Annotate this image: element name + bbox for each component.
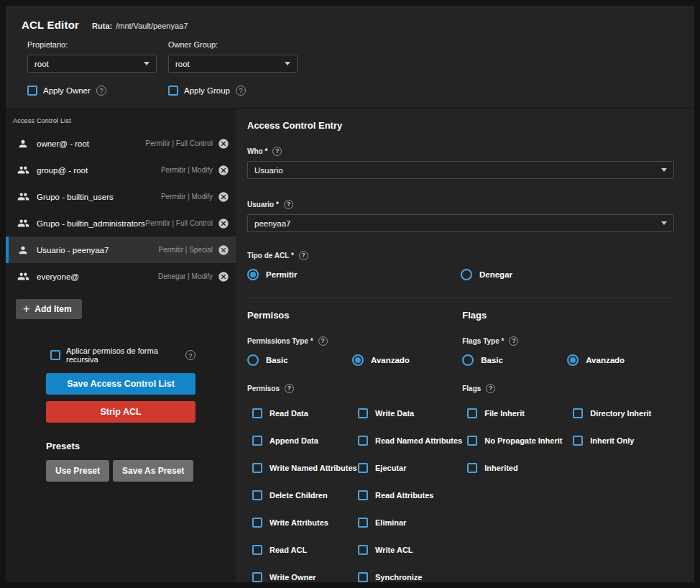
acl-list-item-builtin-administrators[interactable]: Grupo - builtin_administrators Permitir … (6, 210, 236, 236)
acl-list-item-builtin-users[interactable]: Grupo - builtin_users Permitir | Modify (6, 183, 236, 210)
permission-checkbox[interactable] (252, 545, 262, 555)
path-label: Ruta: (92, 22, 112, 30)
remove-ace-icon[interactable] (218, 191, 229, 203)
permission-checkbox[interactable] (358, 490, 368, 500)
apply-owner-label: Apply Owner (43, 86, 91, 95)
apply-owner-checkbox[interactable] (27, 86, 37, 96)
apply-group-checkbox[interactable] (168, 86, 178, 96)
acl-list-item-everyone[interactable]: everyone@ Denegar | Modify (6, 263, 236, 290)
flag-checkbox-row[interactable]: No Propagate Inherit (467, 427, 573, 454)
help-icon[interactable]: ? (185, 350, 195, 360)
add-item-button[interactable]: + Add Item (16, 299, 82, 319)
flag-checkbox-row[interactable]: Inherit Only (573, 427, 674, 454)
permission-checkbox-row[interactable]: Write Attributes (252, 509, 358, 536)
remove-ace-icon[interactable] (218, 244, 229, 256)
apply-group-row[interactable]: Apply Group ? (168, 86, 298, 96)
help-icon[interactable]: ? (299, 251, 308, 260)
permission-checkbox-row[interactable]: Write Data (358, 400, 462, 427)
acl-list-item-owner[interactable]: owner@ - root Permitir | Full Control (6, 130, 236, 157)
flags-list-label-row: Flags ? (462, 384, 674, 393)
radio-checked-icon[interactable] (352, 354, 364, 366)
remove-ace-icon[interactable] (218, 138, 229, 150)
flag-checkbox-row[interactable]: File Inherit (467, 400, 573, 427)
acl-type-radio-permitir[interactable]: Permitir (247, 269, 461, 280)
path-value: /mnt/Vault/peenyaa7 (116, 22, 188, 30)
permission-checkbox[interactable] (252, 572, 262, 582)
flag-checkbox-row[interactable]: Inherited (467, 454, 573, 482)
help-icon[interactable]: ? (509, 336, 518, 346)
permission-checkbox[interactable] (252, 463, 262, 473)
acl-item-label: Usuario - peenyaa7 (37, 246, 109, 254)
permission-checkbox[interactable] (252, 408, 262, 418)
save-as-preset-button[interactable]: Save As Preset (113, 460, 193, 482)
flag-checkbox[interactable] (573, 408, 583, 418)
owner-group-select[interactable]: root (168, 55, 298, 73)
permission-checkbox-row[interactable]: Eliminar (358, 509, 462, 536)
flags-type-radio-avanzado[interactable]: Avanzado (567, 354, 674, 366)
recursive-checkbox[interactable] (50, 350, 60, 360)
remove-ace-icon[interactable] (218, 165, 229, 176)
permission-checkbox[interactable] (358, 463, 368, 473)
permission-checkbox[interactable] (252, 436, 262, 446)
permission-checkbox[interactable] (358, 408, 368, 418)
help-icon[interactable]: ? (236, 86, 246, 96)
permission-checkbox-row[interactable]: Ejecutar (358, 454, 462, 482)
owner-select[interactable]: root (27, 55, 157, 73)
permission-checkbox-row[interactable]: Read Data (252, 400, 358, 427)
help-icon[interactable]: ? (318, 336, 328, 346)
permission-checkbox[interactable] (358, 572, 368, 582)
permissions-type-radio-avanzado[interactable]: Avanzado (352, 354, 462, 366)
user-select[interactable]: peenyaa7 (247, 214, 674, 232)
remove-ace-icon[interactable] (218, 271, 229, 282)
permission-checkbox-row[interactable]: Append Data (252, 427, 358, 454)
radio-unchecked-icon[interactable] (461, 269, 472, 280)
permission-checkbox[interactable] (252, 518, 262, 528)
help-icon[interactable]: ? (285, 384, 294, 393)
flags-type-radio-basic[interactable]: Basic (462, 354, 567, 366)
help-icon[interactable]: ? (272, 147, 282, 156)
acl-list-item-peenyaa7[interactable]: Usuario - peenyaa7 Permitir | Special (6, 236, 236, 263)
flag-checkbox[interactable] (573, 436, 583, 446)
permission-checkbox[interactable] (252, 490, 262, 500)
flag-checkbox[interactable] (467, 436, 477, 446)
owner-field: Propietario: root Apply Owner ? (27, 40, 157, 96)
acl-item-label: Grupo - builtin_administrators (37, 219, 145, 228)
permission-checkbox[interactable] (358, 436, 368, 446)
permission-checkbox-row[interactable]: Read ACL (252, 536, 358, 564)
who-field: Who * ? Usuario (247, 147, 674, 179)
help-icon[interactable]: ? (486, 384, 495, 393)
permission-checkbox[interactable] (358, 518, 368, 528)
flag-checkbox[interactable] (467, 463, 477, 473)
remove-ace-icon[interactable] (218, 218, 229, 229)
owner-group-field: Owner Group: root Apply Group ? (168, 40, 298, 96)
radio-unchecked-icon[interactable] (462, 354, 474, 366)
acl-editor-header: ACL Editor Ruta:/mnt/Vault/peenyaa7 Prop… (6, 6, 694, 108)
permission-checkbox-row[interactable]: Read Attributes (358, 482, 462, 509)
flag-checkbox-row[interactable]: Directory Inherit (573, 400, 674, 427)
who-select[interactable]: Usuario (247, 161, 674, 179)
acl-item-meta: Permitir | Full Control (145, 139, 213, 147)
permission-checkbox-row[interactable]: Write Owner (252, 564, 358, 588)
permission-checkbox-row[interactable]: Read Named Attributes (358, 427, 462, 454)
save-acl-button[interactable]: Save Access Control List (46, 373, 195, 395)
permission-checkbox-row[interactable]: Delete Children (252, 482, 358, 509)
permission-checkbox-row[interactable]: Write Named Attributes (252, 454, 358, 482)
permission-label: Write Attributes (270, 518, 328, 527)
acl-type-radio-denegar[interactable]: Denegar (461, 269, 674, 280)
permissions-type-radio-basic[interactable]: Basic (247, 354, 352, 366)
strip-acl-button[interactable]: Strip ACL (46, 401, 195, 423)
help-icon[interactable]: ? (96, 86, 106, 96)
help-icon[interactable]: ? (284, 200, 293, 209)
permission-checkbox-row[interactable]: Write ACL (358, 536, 462, 564)
flags-section: Flags Flags Type * ? Basic Avanzado (462, 310, 674, 588)
permission-checkbox-row[interactable]: Synchronize (358, 564, 462, 588)
radio-unchecked-icon[interactable] (247, 354, 259, 366)
apply-owner-row[interactable]: Apply Owner ? (27, 86, 157, 96)
radio-checked-icon[interactable] (247, 269, 259, 280)
use-preset-button[interactable]: Use Preset (46, 460, 109, 482)
acl-list-item-group[interactable]: group@ - root Permitir | Modify (6, 157, 236, 183)
radio-checked-icon[interactable] (567, 354, 579, 366)
recursive-row[interactable]: Aplicar permisos de forma recursiva ? (50, 346, 195, 364)
permission-checkbox[interactable] (358, 545, 368, 555)
flag-checkbox[interactable] (467, 408, 477, 418)
